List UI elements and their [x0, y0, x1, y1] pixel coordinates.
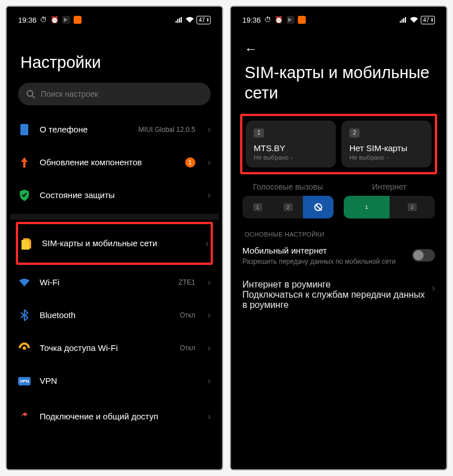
row-label: Точка доступа Wi-Fi	[40, 343, 170, 354]
row-label: Обновление компонентов	[40, 157, 176, 168]
phone-left: 19:36 ⏱ ⏰ 47 Настройки Поиск настроек О …	[6, 6, 223, 470]
chevron-right-icon: ›	[432, 283, 435, 293]
clock-icon: ⏰	[50, 16, 59, 24]
sim-title: MTS.BY	[254, 143, 328, 153]
row-label: SIM-карты и мобильные сети	[42, 238, 196, 249]
internet-picker: Интернет 1 2	[344, 182, 435, 218]
wifi-icon	[185, 16, 194, 23]
row-label: Wi-Fi	[40, 277, 169, 288]
status-bar: 19:36 ⏱ ⏰ 47	[242, 10, 435, 29]
voice-option-auto[interactable]	[303, 196, 334, 218]
battery-icon: 47	[421, 16, 435, 24]
picker-label: Интернет	[344, 182, 435, 191]
alarm-off-icon: ⏱	[40, 16, 47, 24]
back-button[interactable]: ←	[245, 42, 257, 57]
sim-subtitle: Не выбрано›	[254, 154, 328, 161]
app-icon	[74, 16, 82, 24]
voice-option-2[interactable]: 2	[273, 196, 304, 218]
row-security-status[interactable]: Состояние защиты ›	[18, 179, 211, 212]
row-connection-sharing[interactable]: Подключение и общий доступ ›	[18, 397, 211, 436]
internet-option-1[interactable]: 1	[344, 196, 390, 218]
wifi-icon	[19, 278, 30, 287]
bluetooth-icon	[20, 310, 28, 321]
section-divider	[10, 214, 219, 220]
sim-number-badge: 1	[254, 128, 264, 138]
chevron-right-icon: ›	[208, 376, 211, 386]
youtube-icon	[62, 16, 70, 24]
row-title: Мобильный интернет	[242, 246, 407, 255]
svg-point-0	[27, 91, 33, 96]
sim-subtitle: Не выбрано›	[349, 154, 424, 161]
chevron-right-icon: ›	[208, 411, 211, 422]
row-title: Интернет в роуминге	[242, 280, 426, 290]
chevron-right-icon: ›	[387, 154, 389, 161]
highlight-sim-cards: 1 MTS.BY Не выбрано› 2 Нет SIM-карты Не …	[240, 114, 437, 174]
row-subtitle: Подключаться к службам передачи данных в…	[242, 290, 426, 310]
screen-settings: 19:36 ⏱ ⏰ 47 Настройки Поиск настроек О …	[10, 10, 219, 466]
sim-cards-container: 1 MTS.BY Не выбрано› 2 Нет SIM-карты Не …	[246, 121, 431, 168]
search-input[interactable]: Поиск настроек	[18, 83, 211, 105]
row-label: О телефоне	[40, 125, 130, 135]
row-meta: Откл	[180, 344, 195, 352]
screen-sim: 19:36 ⏱ ⏰ 47 ← SIM-карты и мобильные сет…	[234, 10, 443, 466]
row-sim-cards[interactable]: SIM-карты и мобильные сети ›	[20, 224, 208, 263]
chevron-right-icon: ›	[208, 157, 211, 168]
row-hotspot[interactable]: Точка доступа Wi-Fi Откл ›	[18, 332, 211, 364]
voice-pill-row: 1 2	[242, 196, 334, 218]
page-title: SIM-карты и мобильные сети	[245, 62, 435, 104]
svg-point-3	[23, 346, 26, 350]
row-label: Подключение и общий доступ	[40, 411, 199, 422]
row-meta: MIUI Global 12.0.5	[139, 126, 195, 134]
status-time: 19:36	[242, 16, 261, 24]
clock-icon: ⏰	[275, 16, 283, 24]
row-vpn[interactable]: VPN VPN ›	[18, 364, 211, 397]
svg-line-1	[32, 96, 35, 98]
search-icon	[26, 89, 35, 98]
row-component-update[interactable]: Обновление компонентов 1 ›	[18, 146, 211, 179]
alarm-off-icon: ⏱	[264, 16, 271, 24]
row-mobile-data[interactable]: Мобильный интернет Разрешить передачу да…	[242, 241, 435, 274]
page-title: Настройки	[20, 52, 211, 72]
mobile-data-toggle[interactable]	[412, 249, 435, 261]
phone-right: 19:36 ⏱ ⏰ 47 ← SIM-карты и мобильные сет…	[230, 6, 447, 470]
chevron-right-icon: ›	[206, 238, 208, 248]
share-icon	[19, 411, 30, 422]
hotspot-icon	[19, 342, 30, 354]
sim-number-badge: 2	[349, 128, 360, 138]
chevron-right-icon: ›	[291, 154, 293, 161]
row-about-phone[interactable]: О телефоне MIUI Global 12.0.5 ›	[18, 113, 211, 146]
voice-option-1[interactable]: 1	[242, 196, 273, 218]
row-bluetooth[interactable]: Bluetooth Откл ›	[18, 299, 211, 332]
sim-title: Нет SIM-карты	[349, 143, 424, 153]
section-header: ОСНОВНЫЕ НАСТРОЙКИ	[245, 231, 435, 238]
signal-icon	[399, 16, 407, 23]
highlight-sim-row: SIM-карты и мобильные сети ›	[16, 222, 213, 265]
app-icon	[298, 16, 306, 24]
row-meta: ZTE1	[178, 278, 195, 286]
row-wifi[interactable]: Wi-Fi ZTE1 ›	[18, 266, 211, 299]
chevron-right-icon: ›	[208, 343, 211, 353]
wifi-icon	[409, 16, 418, 23]
update-badge: 1	[185, 157, 195, 168]
search-placeholder: Поиск настроек	[41, 89, 98, 98]
picker-label: Голосовые вызовы	[242, 182, 334, 191]
sim-card-1[interactable]: 1 MTS.BY Не выбрано›	[246, 121, 336, 168]
svg-rect-2	[20, 124, 28, 135]
row-label: Состояние защиты	[40, 190, 199, 201]
row-roaming[interactable]: Интернет в роуминге Подключаться к служб…	[242, 274, 435, 316]
status-time: 19:36	[18, 16, 37, 24]
sim-card-2[interactable]: 2 Нет SIM-карты Не выбрано›	[341, 121, 431, 168]
internet-option-2[interactable]: 2	[390, 196, 435, 218]
signal-icon	[175, 16, 183, 23]
shield-icon	[19, 190, 29, 201]
chevron-right-icon: ›	[208, 310, 211, 320]
row-subtitle: Разрешить передачу данных по мобильной с…	[242, 257, 407, 266]
vpn-icon: VPN	[18, 377, 31, 385]
picker-area: Голосовые вызовы 1 2 Интернет 1 2	[242, 182, 435, 218]
chevron-right-icon: ›	[208, 125, 211, 135]
youtube-icon	[287, 16, 294, 24]
update-arrow-icon	[20, 157, 29, 168]
phone-info-icon	[20, 123, 29, 136]
battery-icon: 47	[196, 16, 211, 24]
row-meta: Откл	[180, 311, 195, 319]
